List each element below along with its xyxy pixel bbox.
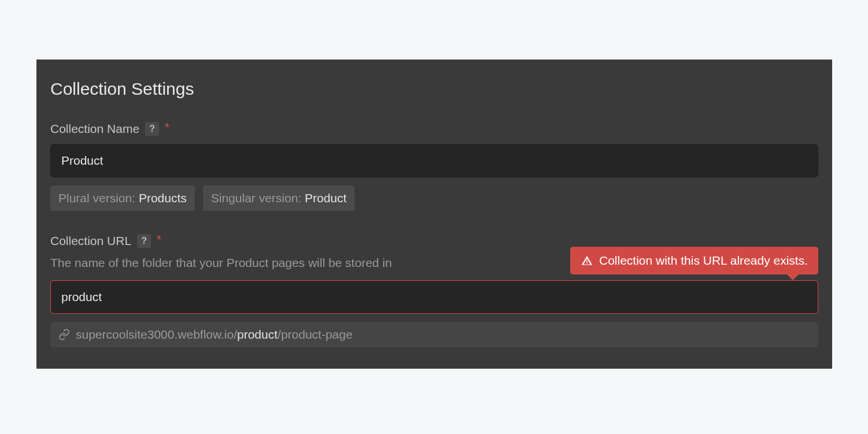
collection-url-input[interactable]: [50, 280, 818, 314]
collection-name-label-row: Collection Name ? *: [50, 122, 818, 136]
singular-version-chip[interactable]: Singular version: Product: [203, 186, 355, 211]
collection-settings-panel: Collection Settings Collection Name ? * …: [36, 60, 832, 369]
plural-version-chip[interactable]: Plural version: Products: [50, 186, 195, 211]
url-error-text: Collection with this URL already exists.: [599, 254, 808, 268]
help-icon[interactable]: ?: [145, 122, 159, 136]
help-icon[interactable]: ?: [137, 234, 151, 248]
url-error-tooltip: Collection with this URL already exists.: [570, 247, 818, 275]
collection-url-label-row: Collection URL ? *: [50, 234, 818, 248]
warning-icon: [581, 255, 593, 266]
url-preview-slug: product: [237, 328, 278, 341]
collection-url-label: Collection URL: [50, 234, 131, 248]
collection-name-label: Collection Name: [50, 122, 139, 136]
link-icon: [58, 329, 70, 340]
panel-title: Collection Settings: [50, 79, 818, 99]
plural-value: Products: [139, 191, 187, 205]
url-preview: supercoolsite3000.webflow.io/product/pro…: [50, 322, 818, 347]
singular-value: Product: [305, 191, 346, 205]
required-indicator: *: [165, 121, 169, 133]
singular-prefix: Singular version:: [211, 191, 305, 205]
collection-url-section: Collection with this URL already exists.: [50, 280, 818, 314]
url-preview-suffix: /product-page: [278, 328, 353, 341]
plural-prefix: Plural version:: [58, 191, 139, 205]
required-indicator: *: [157, 233, 161, 245]
collection-name-input[interactable]: [50, 144, 818, 177]
url-preview-prefix: supercoolsite3000.webflow.io/: [76, 328, 237, 341]
url-preview-text: supercoolsite3000.webflow.io/product/pro…: [76, 328, 353, 342]
version-chips-row: Plural version: Products Singular versio…: [50, 186, 818, 211]
